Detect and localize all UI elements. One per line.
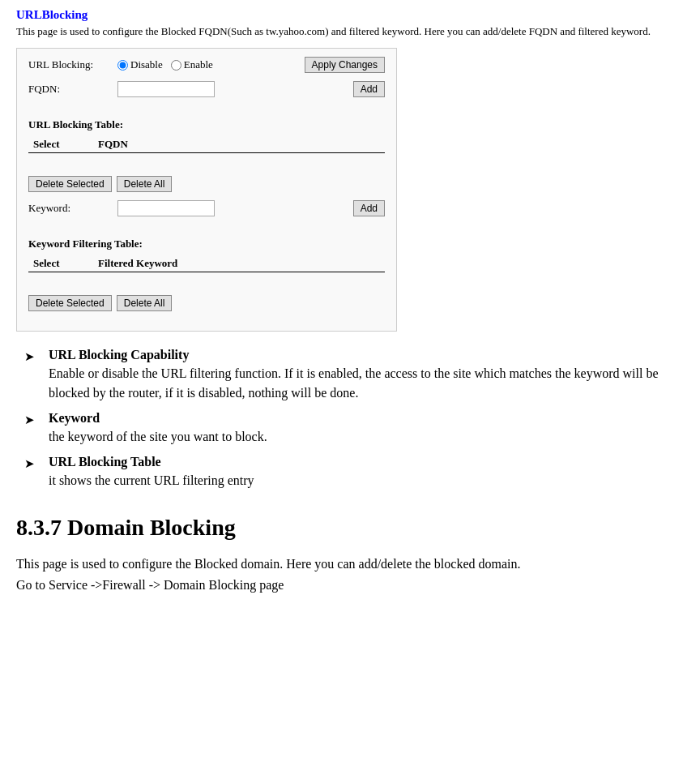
- url-delete-selected-button[interactable]: Delete Selected: [28, 176, 112, 192]
- bullet-item-0: ➤ URL Blocking Capability Enable or disa…: [24, 348, 684, 403]
- url-table-select-header: Select: [28, 136, 93, 153]
- bullet-content-0: URL Blocking Capability Enable or disabl…: [49, 348, 684, 403]
- apply-changes-button[interactable]: Apply Changes: [305, 57, 385, 73]
- bullet-arrow-0: ➤: [24, 349, 37, 364]
- kw-table-select-header: Select: [28, 255, 93, 272]
- fqdn-label: FQDN:: [28, 83, 117, 96]
- fqdn-input[interactable]: [117, 81, 215, 97]
- kw-delete-selected-button[interactable]: Delete Selected: [28, 295, 112, 311]
- disable-label: Disable: [130, 58, 163, 71]
- domain-blocking-heading: 8.3.7 Domain Blocking: [16, 515, 684, 541]
- keyword-table-title: Keyword Filtering Table:: [28, 238, 385, 250]
- url-delete-all-button[interactable]: Delete All: [117, 176, 173, 192]
- url-blocking-table: Select FQDN: [28, 136, 385, 169]
- enable-radio[interactable]: [171, 60, 181, 71]
- bullet-item-1: ➤ Keyword the keyword of the site you wa…: [24, 411, 684, 447]
- domain-blocking-section: 8.3.7 Domain Blocking This page is used …: [16, 515, 684, 595]
- bullet-arrow-1: ➤: [24, 413, 37, 427]
- kw-table-filtered-header: Filtered Keyword: [93, 255, 385, 272]
- table-row: [28, 153, 385, 170]
- bullet-title-0: URL Blocking Capability: [49, 348, 684, 362]
- keyword-input[interactable]: [117, 200, 215, 216]
- config-panel: URL Blocking: Disable Enable Apply Chang…: [16, 48, 397, 332]
- keyword-label: Keyword:: [28, 202, 117, 215]
- url-table-title: URL Blocking Table:: [28, 118, 385, 131]
- url-blocking-options: Disable Enable: [117, 58, 305, 71]
- keyword-table-buttons: Delete Selected Delete All: [28, 295, 385, 311]
- fqdn-row: FQDN: Add: [28, 81, 385, 97]
- keyword-filtering-table: Select Filtered Keyword: [28, 255, 385, 289]
- bullet-text-2: it shows the current URL filtering entry: [49, 471, 684, 490]
- fqdn-add-button[interactable]: Add: [353, 81, 385, 97]
- bullet-text-0: Enable or disable the URL filtering func…: [49, 364, 684, 403]
- url-blocking-row: URL Blocking: Disable Enable Apply Chang…: [28, 57, 385, 73]
- page-title: URLBlocking: [16, 8, 684, 22]
- kw-delete-all-button[interactable]: Delete All: [117, 295, 173, 311]
- domain-blocking-desc-2: Go to Service ->Firewall -> Domain Block…: [16, 575, 684, 596]
- disable-radio[interactable]: [117, 60, 128, 71]
- table-row: [28, 272, 385, 289]
- bullet-content-1: Keyword the keyword of the site you want…: [49, 411, 684, 447]
- bullet-arrow-2: ➤: [24, 456, 37, 471]
- url-table-fqdn-header: FQDN: [93, 136, 385, 153]
- keyword-add-button[interactable]: Add: [353, 200, 385, 216]
- bullet-text-1: the keyword of the site you want to bloc…: [49, 427, 684, 447]
- enable-label: Enable: [184, 58, 213, 71]
- url-table-buttons: Delete Selected Delete All: [28, 176, 385, 192]
- page-description: This page is used to configure the Block…: [16, 25, 684, 38]
- domain-blocking-desc-1: This page is used to configure the Block…: [16, 554, 684, 575]
- enable-radio-label[interactable]: Enable: [171, 58, 213, 71]
- keyword-row: Keyword: Add: [28, 200, 385, 216]
- bullet-content-2: URL Blocking Table it shows the current …: [49, 455, 684, 490]
- disable-radio-label[interactable]: Disable: [117, 58, 163, 71]
- bullet-title-2: URL Blocking Table: [49, 455, 684, 469]
- bullet-item-2: ➤ URL Blocking Table it shows the curren…: [24, 455, 684, 490]
- url-blocking-label: URL Blocking:: [28, 58, 117, 71]
- bullet-title-1: Keyword: [49, 411, 684, 426]
- description-section: ➤ URL Blocking Capability Enable or disa…: [16, 348, 684, 490]
